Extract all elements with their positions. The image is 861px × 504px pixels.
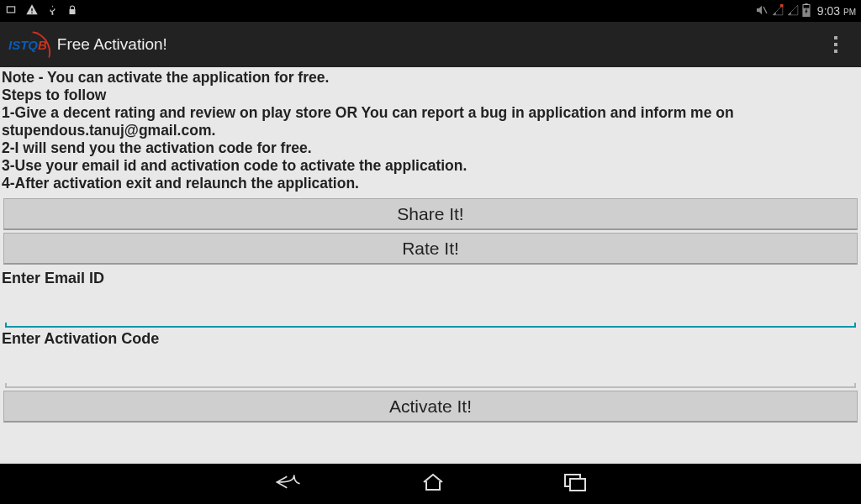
app-logo: ISTQB [8, 38, 52, 52]
email-input[interactable] [5, 297, 856, 326]
app-bar: ISTQB Free Activation! [0, 22, 861, 67]
svg-rect-1 [8, 7, 14, 12]
warning-icon [25, 3, 39, 19]
overflow-menu-icon[interactable] [827, 29, 844, 60]
signal-icon-1 [772, 4, 784, 18]
page-title: Free Activation! [57, 35, 167, 54]
activation-code-label: Enter Activation Code [0, 328, 861, 348]
android-status-bar: 9:03 PM [0, 0, 861, 22]
android-nav-bar [0, 464, 861, 504]
back-icon[interactable] [274, 472, 303, 496]
email-label: Enter Email ID [0, 267, 861, 287]
battery-icon [802, 3, 811, 19]
svg-rect-2 [31, 8, 32, 11]
usb-icon [47, 4, 59, 18]
main-content: Note - You can activate the application … [0, 67, 861, 464]
svg-rect-10 [570, 479, 585, 491]
share-button[interactable]: Share It! [3, 198, 858, 230]
svg-rect-3 [31, 12, 32, 13]
svg-rect-5 [780, 4, 784, 8]
home-icon[interactable] [420, 472, 446, 496]
activate-button[interactable]: Activate It! [3, 391, 858, 423]
status-time: 9:03 PM [817, 4, 856, 18]
activation-code-input[interactable] [5, 358, 856, 386]
recent-apps-icon[interactable] [563, 473, 587, 495]
signal-icon-2 [787, 4, 799, 18]
screenshot-icon [5, 4, 17, 18]
instructions-text: Note - You can activate the application … [0, 67, 861, 196]
rate-button[interactable]: Rate It! [3, 233, 858, 265]
lock-icon [67, 5, 77, 18]
svg-line-4 [763, 7, 767, 13]
mute-icon [755, 3, 769, 19]
